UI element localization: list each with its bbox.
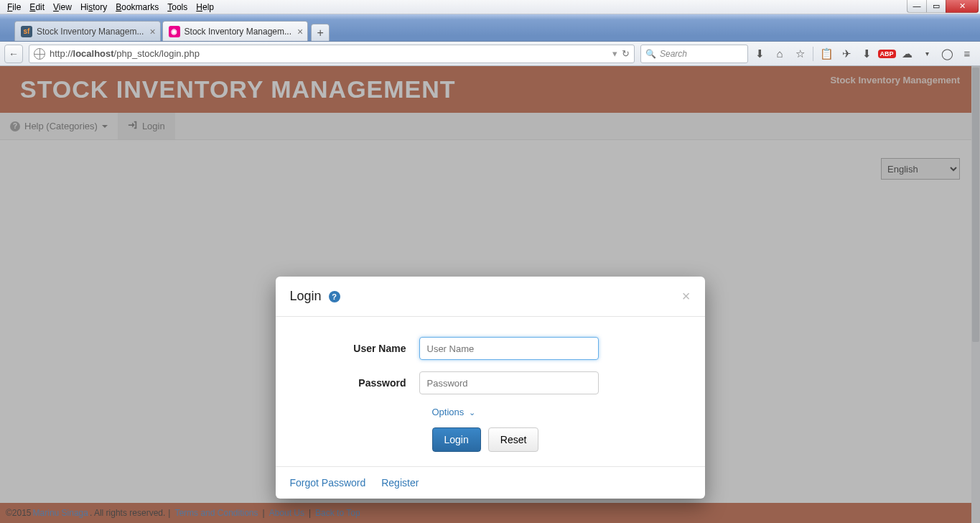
os-menu-file[interactable]: File xyxy=(3,1,25,14)
browser-search[interactable]: 🔍 Search xyxy=(640,45,748,63)
url-text: http://localhost/php_stock/login.php xyxy=(50,48,200,59)
window-maximize-button[interactable]: ▭ xyxy=(926,0,946,13)
register-link[interactable]: Register xyxy=(381,477,419,489)
modal-title: Login xyxy=(290,289,322,304)
globe-icon xyxy=(34,48,45,60)
password-input[interactable] xyxy=(419,371,599,394)
os-menu-tools[interactable]: Tools xyxy=(163,1,192,14)
os-menu-bookmarks[interactable]: Bookmarks xyxy=(111,1,163,14)
bookmark-star-icon[interactable]: ☆ xyxy=(791,45,808,63)
os-menu-edit[interactable]: Edit xyxy=(25,1,49,14)
hamburger-menu-icon[interactable]: ≡ xyxy=(958,45,976,63)
os-menubar: File Edit View History Bookmarks Tools H… xyxy=(0,0,980,14)
tab-label: Stock Inventory Managem... xyxy=(37,27,144,37)
new-tab-button[interactable]: + xyxy=(311,24,330,41)
modal-body: User Name Password Options ⌄ Login Reset xyxy=(276,317,705,466)
tab-close-icon[interactable]: × xyxy=(149,26,155,37)
favicon-icon: ◉ xyxy=(169,26,180,37)
options-toggle[interactable]: Options ⌄ xyxy=(432,407,475,417)
modal-header: Login × xyxy=(276,277,705,317)
browser-tab-0[interactable]: sf Stock Inventory Managem... × xyxy=(14,21,161,41)
favicon-icon: sf xyxy=(21,26,32,37)
dropdown-chevron-icon[interactable]: ▾ xyxy=(918,45,935,63)
username-label: User Name xyxy=(297,343,419,354)
browser-toolbar: ← http://localhost/php_stock/login.php ▾… xyxy=(0,42,980,66)
search-icon: 🔍 xyxy=(645,49,656,59)
downloads-icon[interactable]: ⬇ xyxy=(751,45,768,63)
separator xyxy=(813,47,813,61)
home-icon[interactable]: ⌂ xyxy=(771,45,788,63)
adblock-icon[interactable]: ABP xyxy=(878,45,895,63)
power-icon[interactable]: ◯ xyxy=(938,45,956,63)
os-menu-history[interactable]: History xyxy=(76,1,111,14)
search-placeholder: Search xyxy=(660,49,687,59)
window-controls: — ▭ ✕ xyxy=(907,0,979,13)
clipboard-icon[interactable]: 📋 xyxy=(818,45,835,63)
dropdown-icon[interactable]: ▾ xyxy=(612,48,617,59)
chevron-down-icon: ⌄ xyxy=(469,408,475,417)
tab-close-icon[interactable]: × xyxy=(297,26,303,37)
modal-help-icon[interactable] xyxy=(329,291,340,302)
window-minimize-button[interactable]: — xyxy=(907,0,927,13)
login-button[interactable]: Login xyxy=(432,427,481,452)
addon-icon[interactable]: ☁ xyxy=(898,45,915,63)
tab-label: Stock Inventory Managem... xyxy=(185,27,291,37)
back-button[interactable]: ← xyxy=(4,45,23,63)
browser-tab-1[interactable]: ◉ Stock Inventory Managem... × xyxy=(162,21,309,41)
page-viewport: STOCK INVENTORY MANAGEMENT Stock Invento… xyxy=(0,66,980,523)
modal-footer: Forgot Password Register xyxy=(276,466,705,499)
os-menu-help[interactable]: Help xyxy=(192,1,218,14)
modal-close-icon[interactable]: × xyxy=(682,288,691,305)
send-icon[interactable]: ✈ xyxy=(838,45,855,63)
forgot-password-link[interactable]: Forgot Password xyxy=(290,477,366,489)
os-menu-view[interactable]: View xyxy=(49,1,76,14)
login-modal: Login × User Name Password Options ⌄ Log… xyxy=(276,277,705,499)
download-square-icon[interactable]: ⬇ xyxy=(858,45,875,63)
url-bar[interactable]: http://localhost/php_stock/login.php ▾ ↻ xyxy=(29,45,635,63)
password-label: Password xyxy=(297,377,419,389)
window-close-button[interactable]: ✕ xyxy=(946,0,979,13)
reset-button[interactable]: Reset xyxy=(488,427,539,452)
browser-tabstrip: sf Stock Inventory Managem... × ◉ Stock … xyxy=(0,14,980,42)
username-input[interactable] xyxy=(419,337,599,360)
reload-icon[interactable]: ↻ xyxy=(622,48,630,59)
